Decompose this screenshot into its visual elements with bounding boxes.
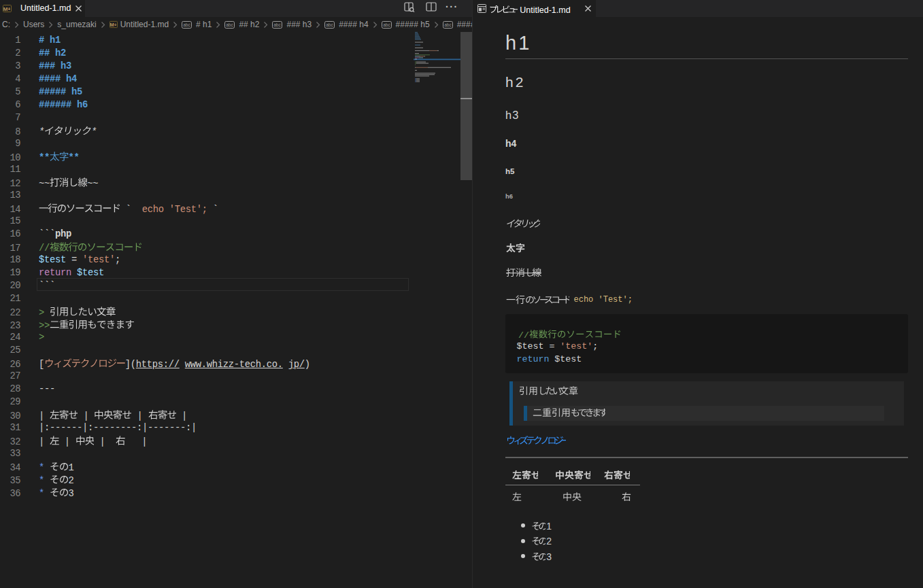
svg-text:M: M <box>110 22 114 28</box>
svg-text:abc: abc <box>326 22 333 27</box>
svg-text:abc: abc <box>274 22 282 27</box>
svg-text:M: M <box>3 6 8 12</box>
svg-text:abc: abc <box>444 22 452 27</box>
svg-text:abc: abc <box>383 22 390 27</box>
svg-text:abc: abc <box>183 22 190 27</box>
svg-text:abc: abc <box>226 22 234 27</box>
